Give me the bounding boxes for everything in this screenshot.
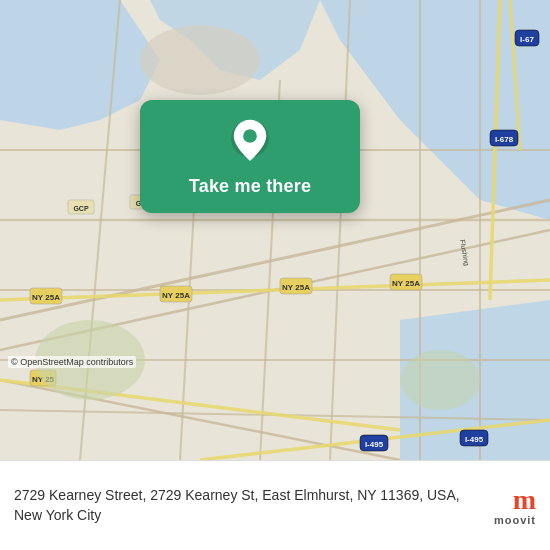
svg-point-45 (400, 350, 480, 410)
svg-text:NY 25A: NY 25A (282, 283, 310, 292)
svg-text:NY 25A: NY 25A (162, 291, 190, 300)
osm-credit: © OpenStreetMap contributors (8, 356, 136, 368)
moovit-letter: m (513, 486, 536, 514)
bottom-info-bar: 2729 Kearney Street, 2729 Kearney St, Ea… (0, 460, 550, 550)
app-container: NY 25A NY 25A NY 25A NY 25A NY 25 I-495 … (0, 0, 550, 550)
svg-text:I-67: I-67 (520, 35, 534, 44)
address-text: 2729 Kearney Street, 2729 Kearney St, Ea… (14, 486, 482, 525)
svg-text:NY 25A: NY 25A (392, 279, 420, 288)
take-me-there-button[interactable]: Take me there (189, 176, 311, 197)
navigation-card: Take me there (140, 100, 360, 213)
map-area: NY 25A NY 25A NY 25A NY 25A NY 25 I-495 … (0, 0, 550, 460)
svg-text:I-495: I-495 (365, 440, 384, 449)
map-svg: NY 25A NY 25A NY 25A NY 25A NY 25 I-495 … (0, 0, 550, 460)
pin-icon (226, 118, 274, 166)
svg-text:I-495: I-495 (465, 435, 484, 444)
moovit-logo: m moovit (494, 486, 536, 526)
moovit-wordmark: moovit (494, 514, 536, 526)
svg-point-1 (140, 25, 260, 95)
svg-point-47 (243, 129, 257, 143)
svg-text:NY 25A: NY 25A (32, 293, 60, 302)
svg-text:I-678: I-678 (495, 135, 514, 144)
svg-text:GCP: GCP (73, 205, 89, 212)
